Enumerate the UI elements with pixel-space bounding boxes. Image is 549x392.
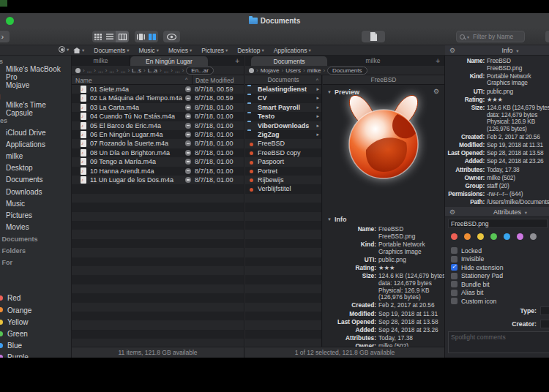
sidebar-row[interactable]: Applications — [0, 138, 71, 150]
breadcrumb-current[interactable]: Documents — [327, 67, 367, 75]
browser-item-row[interactable]: Paspoort — [245, 157, 321, 166]
sidebar-row[interactable]: milke — [0, 151, 71, 162]
spotlight-comments-input[interactable] — [448, 331, 549, 353]
breadcrumb-current[interactable]: En...ar — [186, 67, 214, 75]
tag-color-button[interactable] — [451, 233, 458, 240]
inspector-attributes-title[interactable]: Attributes ▾ — [445, 207, 549, 218]
tab-milke[interactable]: milke — [72, 56, 130, 66]
browser-item-row[interactable]: FreeBSD copy — [245, 148, 321, 157]
apple-icon[interactable] — [75, 68, 81, 73]
breadcrumb-item[interactable]: ... — [114, 67, 125, 74]
dual-pane-button[interactable] — [146, 31, 158, 42]
file-row[interactable]: 11 Un Lugar de los Dos.m4a 8/7/18, 01.00 — [72, 176, 244, 184]
tag-color-button[interactable] — [517, 233, 523, 240]
breadcrumb-item[interactable]: ... — [168, 67, 179, 74]
column-view-button[interactable] — [116, 31, 129, 42]
tag-color-button[interactable] — [477, 233, 484, 240]
view-options-button[interactable]: ▾ — [59, 46, 69, 53]
sidebar-row[interactable]: Recent Documents — [0, 233, 71, 245]
checkbox-row[interactable]: Invisible — [451, 255, 503, 264]
browser-item-row[interactable]: FreeBSD — [245, 139, 321, 148]
new-tab-button-2[interactable]: + — [436, 56, 440, 66]
tab-milke-2[interactable]: milke — [327, 56, 419, 66]
file-row[interactable]: 08 Un Día en Brighton.m4a 8/7/18, 01.00 — [72, 148, 244, 157]
breadcrumb-item[interactable]: ... — [92, 67, 102, 74]
new-document-button[interactable] — [362, 31, 385, 42]
file-row[interactable]: 03 La Carta.m4a 8/7/18, 01.00 — [72, 103, 244, 112]
breadcrumb-item[interactable]: ... — [157, 67, 168, 74]
checkbox-row[interactable]: Alias bit — [451, 289, 503, 298]
sidebar-row[interactable]: Pictures — [0, 209, 71, 221]
sidebar-row[interactable]: Desktop — [0, 162, 71, 174]
file-row[interactable]: 01 Siete.m4a 8/7/18, 00.59 — [72, 85, 244, 94]
checkbox[interactable] — [451, 290, 458, 296]
browser-item-row[interactable]: Portret — [245, 167, 321, 176]
favorites-menu-item[interactable]: Desktop▾ — [237, 47, 264, 54]
breadcrumb-item[interactable]: L..a — [141, 67, 157, 74]
checkbox[interactable] — [451, 264, 458, 271]
checkbox-row[interactable]: Stationery Pad — [451, 272, 503, 281]
sidebar-row[interactable]: Blue — [0, 340, 71, 352]
tag-color-button[interactable] — [530, 233, 537, 240]
new-tab-button[interactable]: + — [235, 56, 239, 66]
info-section-header[interactable]: Info — [327, 216, 346, 223]
file-row[interactable]: 02 La Máquina del Tiempo.m4a 8/7/18, 00.… — [72, 94, 244, 102]
breadcrumb-item[interactable]: Mojave — [254, 67, 279, 74]
file-row[interactable]: 09 Tengo a María.m4a 8/7/18, 01.00 — [72, 157, 244, 166]
sidebar-row[interactable]: Downloads — [0, 186, 71, 197]
file-row[interactable]: 04 Cuando Tú No Estás.m4a 8/7/18, 01.00 — [72, 112, 244, 121]
apple-icon[interactable] — [249, 68, 254, 73]
file-row[interactable]: 10 Hanna Arendt.m4a 8/7/18, 01.00 — [72, 167, 244, 176]
favorites-menu-item[interactable]: Music▾ — [139, 47, 159, 54]
sidebar-row[interactable]: Documents — [0, 174, 71, 186]
breadcrumb-item[interactable]: Users — [279, 67, 301, 74]
inspector-info-title[interactable]: Info ▾ — [445, 45, 549, 56]
sidebar-row[interactable]: Favorites — [0, 115, 71, 127]
checkbox[interactable] — [451, 247, 458, 254]
breadcrumb-item[interactable]: ... — [103, 67, 114, 74]
gear-icon[interactable]: ⚙ — [433, 88, 439, 95]
sidebar-row[interactable]: Recent Folders — [0, 245, 71, 257]
sidebar-row[interactable]: Music — [0, 197, 71, 209]
folder-column-header[interactable]: Documents ^ — [245, 75, 321, 85]
checkbox-row[interactable]: Bundle bit — [451, 280, 503, 289]
checkbox[interactable] — [451, 273, 458, 279]
sidebar-row[interactable]: Orange — [0, 304, 71, 316]
forward-button[interactable]: › — [0, 31, 10, 42]
sidebar-row[interactable] — [0, 268, 71, 280]
sidebar-row[interactable]: iCloud Drive — [0, 127, 71, 138]
type-input[interactable] — [540, 306, 549, 315]
browser-item-row[interactable]: ViberDownloads ▸ — [245, 121, 321, 130]
gallery-view-button[interactable] — [135, 31, 146, 42]
breadcrumb-item[interactable]: L..s — [125, 67, 141, 74]
filter-field[interactable]: ▾ — [456, 31, 525, 42]
browser-item-row[interactable]: CV ▸ — [245, 94, 321, 102]
favorites-menu-item[interactable]: Movies▾ — [168, 47, 192, 54]
sidebar-row[interactable] — [0, 281, 71, 293]
browser-item-row[interactable]: Testo ▸ — [245, 112, 321, 121]
list-view-button[interactable] — [104, 31, 116, 42]
browser-item-row[interactable]: Belastingdienst ▸ — [245, 85, 321, 94]
sidebar-row[interactable]: Search For — [0, 257, 71, 268]
browser-item-row[interactable]: ZigZag ▸ — [245, 130, 321, 139]
sidebar-row[interactable]: Green — [0, 328, 71, 339]
creator-input[interactable] — [540, 320, 549, 328]
favorites-menu-item[interactable]: Applications▾ — [274, 47, 311, 54]
toolbar-overflow-button[interactable] — [545, 31, 549, 42]
sidebar-row[interactable]: Red — [0, 293, 71, 304]
checkbox-row[interactable]: Custom icon — [451, 297, 503, 306]
checkbox[interactable] — [451, 281, 458, 287]
checkbox[interactable] — [451, 256, 458, 263]
sidebar-row[interactable]: Movies — [0, 222, 71, 233]
checkbox[interactable] — [451, 298, 458, 304]
checkbox-row[interactable]: Hide extension — [451, 263, 503, 272]
tab-en-ningun-lugar[interactable]: En Ningún Lugar — [130, 56, 208, 66]
tag-color-button[interactable] — [490, 233, 497, 240]
favorites-menu-item[interactable]: Pictures▾ — [201, 47, 228, 54]
sidebar-row[interactable]: Purple — [0, 352, 71, 358]
file-row[interactable]: 05 El Barco de Eric.m4a 8/7/18, 01.00 — [72, 121, 244, 130]
filter-input[interactable] — [471, 32, 521, 41]
sidebar-row[interactable]: Milke's Time Capsule — [0, 103, 71, 115]
name-column-header[interactable]: Name — [75, 77, 92, 84]
file-row[interactable]: 07 Rozando la Suerte.m4a 8/7/18, 01.00 — [72, 139, 244, 148]
